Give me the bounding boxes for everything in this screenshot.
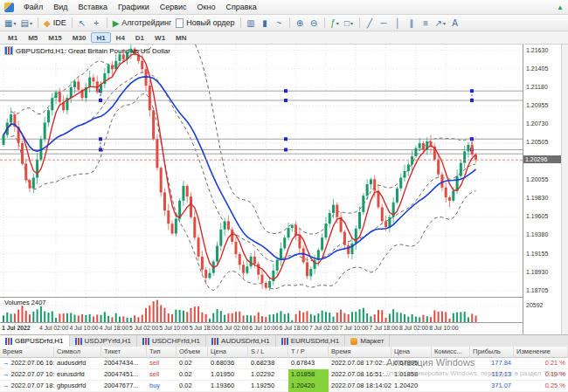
history-cell: audusdrfd xyxy=(54,358,101,369)
history-column-Объем[interactable]: Объем xyxy=(177,347,208,358)
history-cell: 1.19360 xyxy=(208,381,248,392)
history-column-Цена[interactable]: Цена xyxy=(208,347,248,358)
line-mode-icon: ~ xyxy=(276,18,281,28)
fibonacci-button[interactable]: ≡ xyxy=(419,17,433,30)
text-tool-button[interactable]: A xyxy=(448,17,461,30)
panel-collapse-icon[interactable]: ▲ xyxy=(557,3,568,11)
timeframe-M30[interactable]: M30 xyxy=(67,32,92,43)
chart-tab-USDCHFrfd,H1[interactable]: USDCHFrfd,H1 xyxy=(137,335,206,347)
chevron-down-icon: ▾ xyxy=(350,20,353,26)
text-tool-icon: A xyxy=(452,18,458,28)
history-column-Время[interactable]: Время xyxy=(329,347,391,358)
menu-Вставка[interactable]: Вставка xyxy=(73,1,112,13)
history-cell: sell xyxy=(147,358,177,369)
time-axis[interactable]: 1 Jul 20224 Jul 02:004 Jul 10:004 Jul 18… xyxy=(0,322,523,334)
history-column-Прибыль[interactable]: Прибыль xyxy=(470,347,514,358)
history-column-Тикет[interactable]: Тикет xyxy=(101,347,147,358)
history-cell: 1.20420 xyxy=(288,381,329,392)
history-cell: gbpusdrfd xyxy=(54,381,101,392)
history-column-Время[interactable]: Время xyxy=(0,347,54,358)
crosshair-icon: + xyxy=(94,18,99,28)
vertical-line-button[interactable]: │ xyxy=(391,17,405,30)
volume-axis-label: 20592 xyxy=(526,302,543,308)
candles-mode-button[interactable]: ▮ xyxy=(259,17,272,30)
timeframe-D1[interactable]: D1 xyxy=(130,32,149,43)
chart-tab-EURUSDrfd,H1[interactable]: EURUSDrfd,H1 xyxy=(276,335,346,347)
history-row-gbpusdrfd[interactable]: →2022.07.07 18:17:...gbpusdrfd20047677..… xyxy=(0,381,568,392)
menu-Вид[interactable]: Вид xyxy=(48,1,73,13)
deal-direction-icon: → xyxy=(3,370,10,378)
new-chart-button[interactable]: ▦▾ xyxy=(3,17,17,30)
zoom-in-button[interactable]: ⊕ xyxy=(294,17,307,30)
timeframe-H4[interactable]: H4 xyxy=(111,32,130,43)
time-axis-label: 8 Jul 10:00 xyxy=(429,325,458,331)
crosshair-button[interactable]: + xyxy=(90,17,103,30)
toolbar-separator xyxy=(324,17,325,28)
menu-Графики[interactable]: Графики xyxy=(113,1,155,13)
horizontal-line-button[interactable]: ─ xyxy=(378,17,391,30)
channel-button[interactable]: ∥ xyxy=(405,17,419,30)
history-column-Изменение[interactable]: Изменение xyxy=(514,347,568,358)
history-cell: 1.19250 xyxy=(248,381,288,392)
menu-Сервис[interactable]: Сервис xyxy=(155,1,192,13)
timeframe-W1[interactable]: W1 xyxy=(149,32,170,43)
play-icon: ▶ xyxy=(113,18,120,28)
time-axis-label: 6 Jul 10:00 xyxy=(249,325,278,331)
timeframe-M15[interactable]: M15 xyxy=(43,32,67,43)
time-axis-label: 8 Jul 02:00 xyxy=(399,325,428,331)
algo-trading-button[interactable]: ▶Алготрейдинг xyxy=(111,17,174,30)
channel-icon: ∥ xyxy=(410,18,414,28)
arrows-button[interactable]: ↗▾ xyxy=(433,17,447,30)
chart-tab-label: AUDUSDrfd,H1 xyxy=(221,337,270,345)
chart-tab-GBPUSDrfd,H1[interactable]: GBPUSDrfd,H1 xyxy=(0,335,70,347)
history-cell: buy xyxy=(147,381,177,392)
time-axis-label: 1 Jul 2022 xyxy=(2,325,31,331)
vertical-line-icon: │ xyxy=(395,18,400,28)
chart-tab-AUDUSDrfd,H1[interactable]: AUDUSDrfd,H1 xyxy=(206,335,276,347)
volume-pane[interactable] xyxy=(0,298,523,322)
history-cell: 1.02292 xyxy=(248,369,288,381)
profiles-button[interactable]: ▤▾ xyxy=(18,17,33,30)
chevron-down-icon: ▾ xyxy=(443,20,446,26)
history-column-Символ[interactable]: Символ xyxy=(54,347,101,358)
chart-scrollbar[interactable] xyxy=(561,45,568,334)
price-chart[interactable] xyxy=(0,45,523,297)
trendline-button[interactable]: ╱ xyxy=(364,17,377,30)
history-cell: 20047677... xyxy=(101,381,147,392)
bid-price-tag: 1.20296 xyxy=(523,155,561,163)
chart-tab-Маркет[interactable]: Маркет xyxy=(345,335,390,347)
cursor-button[interactable]: ↖ xyxy=(76,17,89,30)
menu-Окно[interactable]: Окно xyxy=(192,1,221,13)
timeframe-H1[interactable]: H1 xyxy=(91,32,110,43)
ide-button[interactable]: ◆IDE xyxy=(42,17,68,30)
history-column-Тип[interactable]: Тип xyxy=(147,347,177,358)
history-column-T / P[interactable]: T / P xyxy=(288,347,329,358)
zoom-out-button[interactable]: ⊖ xyxy=(308,17,321,30)
price-axis[interactable]: 1.20296 20592 1.216301.214051.211801.209… xyxy=(523,45,561,334)
line-mode-button[interactable]: ~ xyxy=(273,17,286,30)
price-axis-label: 1.21405 xyxy=(526,65,548,72)
objects-button[interactable]: □▾ xyxy=(343,17,356,30)
history-row-audusdrfd[interactable]: →2022.07.06 16:50:...audusdrfd20047434..… xyxy=(0,358,568,369)
profiles-icon: ▤ xyxy=(20,18,28,28)
menu-Файл[interactable]: Файл xyxy=(18,1,48,13)
timeframe-M1[interactable]: M1 xyxy=(3,32,23,43)
history-cell: 371.07 xyxy=(470,381,514,392)
history-column-S / L[interactable]: S / L xyxy=(248,347,288,358)
candles-mode-icon: ▮ xyxy=(262,18,267,28)
indicators-button[interactable]: ƒ▾ xyxy=(329,17,342,30)
menu-Справка[interactable]: Справка xyxy=(220,1,261,13)
history-cell: 0.68036 xyxy=(208,358,248,369)
timeframe-MN[interactable]: MN xyxy=(170,32,191,43)
arrow-object-icon: ↗ xyxy=(435,18,442,28)
trendline-icon: ╱ xyxy=(367,18,372,28)
menu-items: ФайлВидВставкаГрафикиСервисОкноСправка xyxy=(18,1,262,13)
price-axis-label: 1.19380 xyxy=(526,231,548,237)
bars-mode-button[interactable]: ▥ xyxy=(245,17,258,30)
new-order-button[interactable]: Новый ордер xyxy=(174,17,236,30)
chart-tab-USDJPYrfd,H1[interactable]: USDJPYrfd,H1 xyxy=(70,335,137,347)
algo-trading-label: Алготрейдинг xyxy=(121,18,171,27)
price-axis-label: 1.19155 xyxy=(526,251,548,257)
menu-bar: ФайлВидВставкаГрафикиСервисОкноСправка ▲ xyxy=(0,0,568,15)
timeframe-M5[interactable]: M5 xyxy=(23,32,43,43)
